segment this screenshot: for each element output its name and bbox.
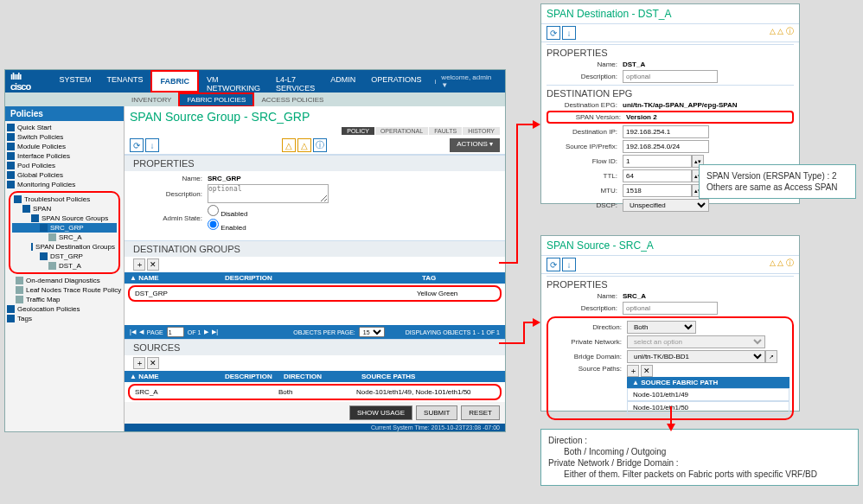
show-usage-button[interactable]: SHOW USAGE — [349, 405, 412, 420]
tree-item[interactable]: Monitoring Policies — [5, 180, 124, 189]
tree-item[interactable]: SPAN — [12, 204, 117, 214]
tab-operations[interactable]: OPERATIONS — [363, 70, 429, 93]
add-icon[interactable]: ＋ — [133, 258, 145, 271]
src-row[interactable]: SRC_A Both Node-101/eth1/49, Node-101/et… — [128, 384, 502, 400]
path-col-header[interactable]: ▲ SOURCE FABRIC PATH — [627, 377, 789, 388]
tab-history[interactable]: HISTORY — [463, 127, 500, 135]
del-path-icon[interactable]: ✕ — [641, 365, 653, 377]
radio-disabled[interactable]: Disabled — [208, 205, 247, 218]
refresh-icon[interactable]: ⟳ — [547, 26, 560, 40]
tree-item[interactable]: Switch Policies — [5, 132, 124, 142]
tab-policy[interactable]: POLICY — [342, 127, 374, 135]
submit-button[interactable]: SUBMIT — [416, 405, 457, 420]
ttl-input[interactable] — [623, 169, 692, 182]
tree-item[interactable]: Troubleshoot Policies — [12, 195, 117, 204]
warning-icon-2[interactable]: △ — [297, 138, 311, 152]
tree-item[interactable]: DST_A — [12, 261, 117, 271]
bridge-domain-select[interactable]: uni/tn-TK/BD-BD1 — [627, 350, 765, 363]
subtab-access-policies[interactable]: ACCESS POLICIES — [254, 94, 330, 105]
dest-row[interactable]: DST_GRP Yellow Green — [128, 285, 502, 302]
tree-item[interactable]: On-demand Diagnostics — [5, 276, 124, 285]
col-sdesc[interactable]: DESCRIPTION — [225, 373, 284, 380]
dest-desc-input[interactable] — [623, 70, 718, 83]
warning-icon[interactable]: △ △ ⓘ — [770, 26, 794, 40]
tree-item[interactable]: Module Policies — [5, 142, 124, 151]
mtu-input[interactable] — [623, 184, 692, 197]
tree-item[interactable]: SRC_GRP — [12, 223, 117, 233]
reset-button[interactable]: RESET — [461, 405, 500, 420]
warning-icon[interactable]: △ △ ⓘ — [770, 258, 794, 271]
col-sname[interactable]: ▲ NAME — [130, 373, 225, 380]
tab-tenants[interactable]: TENANTS — [99, 70, 150, 93]
dscp-select[interactable]: Unspecified — [623, 199, 709, 212]
tree-item[interactable]: SRC_A — [12, 233, 117, 242]
dest-sec-props: PROPERTIES — [547, 44, 794, 61]
src-marked-group: Direction:Both Private Network:select an… — [547, 316, 794, 420]
private-network-select[interactable]: select an option — [627, 335, 765, 348]
properties-block: Name:SRC_GRP Description: Admin State: D… — [125, 171, 505, 240]
col-desc[interactable]: DESCRIPTION — [225, 274, 422, 282]
tree-item[interactable]: Traffic Map — [5, 295, 124, 304]
refresh-icon[interactable]: ⟳ — [130, 138, 144, 152]
subtab-inventory[interactable]: INVENTORY — [125, 94, 178, 105]
download-icon[interactable]: ↓ — [145, 138, 159, 152]
col-tag[interactable]: TAG — [422, 274, 500, 282]
desc-input[interactable] — [208, 184, 329, 203]
tab-operational[interactable]: OPERATIONAL — [375, 127, 428, 135]
welcome-menu[interactable]: welcome, admin ▼ — [441, 73, 500, 89]
tab-faults[interactable]: FAULTS — [429, 127, 462, 135]
delete-icon[interactable]: ✕ — [147, 258, 159, 271]
tree-item[interactable]: Leaf Nodes Trace Route Policy — [5, 285, 124, 295]
actions-button[interactable]: ACTIONS ▾ — [450, 138, 500, 152]
src-name: SRC_A — [135, 388, 230, 396]
tab-vm[interactable]: VM NETWORKING — [199, 70, 268, 93]
tree-item[interactable]: DST_GRP — [12, 252, 117, 261]
tab-system[interactable]: SYSTEM — [51, 70, 99, 93]
src-ip-input[interactable] — [623, 140, 709, 153]
tree-item[interactable]: Geolocation Policies — [5, 304, 124, 314]
tab-l4l7[interactable]: L4-L7 SERVICES — [268, 70, 323, 93]
subtab-fabric-policies[interactable]: FABRIC POLICIES — [178, 93, 254, 107]
tree-label: Module Policies — [17, 143, 66, 150]
download-icon[interactable]: ↓ — [562, 258, 576, 271]
add-path-icon[interactable]: ＋ — [627, 365, 639, 377]
tree-label: SPAN Source Groups — [42, 214, 108, 222]
info-icon-2[interactable]: ⓘ — [313, 138, 327, 152]
opp-select[interactable]: 15 — [359, 327, 385, 337]
tree-item[interactable]: Global Policies — [5, 170, 124, 180]
tree-item[interactable]: SPAN Destination Groups — [12, 242, 117, 252]
tree-item[interactable]: Tags — [5, 314, 124, 323]
info-icon[interactable]: i — [435, 78, 437, 86]
dest-ip-input[interactable] — [623, 125, 709, 138]
path-row-1[interactable]: Node-101/eth1/49 — [627, 388, 789, 401]
warning-icon[interactable]: △ — [282, 138, 296, 152]
tree-item[interactable]: Pod Policies — [5, 161, 124, 170]
radio-enabled[interactable]: Enabled — [208, 219, 247, 232]
open-icon[interactable]: ↗ — [765, 350, 777, 363]
dest-sec-epg: DESTINATION EPG — [547, 85, 794, 101]
refresh-icon[interactable]: ⟳ — [547, 258, 560, 271]
page-input[interactable] — [167, 327, 184, 337]
tree-item[interactable]: SPAN Source Groups — [12, 214, 117, 223]
tab-admin[interactable]: ADMIN — [323, 70, 363, 93]
span-version-row: SPAN Version:Version 2 — [547, 111, 794, 124]
col-name[interactable]: ▲ NAME — [130, 274, 225, 282]
tab-fabric[interactable]: FABRIC — [150, 70, 199, 93]
tree-item[interactable]: Quick Start — [5, 123, 124, 132]
add-icon-2[interactable]: ＋ — [133, 357, 145, 369]
folder-icon — [40, 224, 48, 232]
flow-input[interactable] — [623, 155, 692, 168]
delete-icon-2[interactable]: ✕ — [147, 357, 159, 369]
direction-select[interactable]: Both — [627, 321, 696, 334]
tree-item[interactable]: Interface Policies — [5, 151, 124, 161]
path-row-2[interactable]: Node-101/eth1/50 — [627, 401, 789, 414]
page-title: SPAN Source Group - SRC_GRP — [125, 106, 505, 127]
tree-label: Global Policies — [17, 171, 63, 179]
download-icon[interactable]: ↓ — [562, 26, 576, 40]
col-spaths[interactable]: SOURCE PATHS — [361, 373, 500, 380]
src-desc-input[interactable] — [623, 302, 718, 315]
tree-label: Monitoring Policies — [17, 181, 75, 188]
tree-label: Tags — [17, 315, 32, 322]
folder-icon — [48, 233, 56, 241]
col-sdir[interactable]: DIRECTION — [284, 373, 361, 380]
